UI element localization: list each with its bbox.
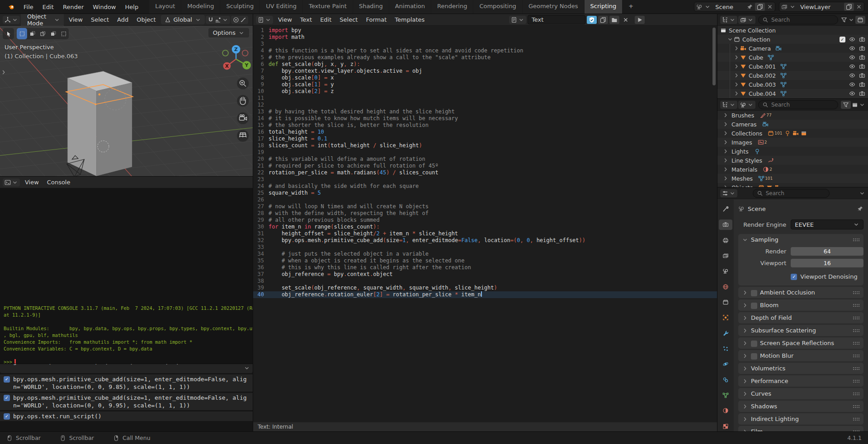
- info-row-checkbox[interactable]: [4, 413, 10, 420]
- code-line[interactable]: 26: [253, 196, 717, 203]
- expander-icon[interactable]: [722, 121, 729, 127]
- breadcrumb-label[interactable]: Scene: [748, 206, 766, 212]
- panel-grip[interactable]: [853, 392, 860, 395]
- editor-type-button[interactable]: [256, 16, 273, 24]
- properties-tab-particles[interactable]: [719, 344, 732, 354]
- code-line[interactable]: 30for item_n in range(slices_count):: [253, 224, 717, 230]
- viewport-menu-add[interactable]: Add: [113, 14, 132, 25]
- outliner-row-cube-003[interactable]: Cube.003: [717, 80, 868, 89]
- blendfile-row-meshes[interactable]: Meshes101: [717, 174, 868, 183]
- panel-grip[interactable]: [853, 238, 860, 241]
- blendfile-row-line-styles[interactable]: Line Styles: [717, 156, 868, 165]
- outliner-item-label[interactable]: Camera: [749, 45, 771, 52]
- outliner-row-cube-004[interactable]: Cube.004: [717, 89, 868, 98]
- chevron-down-icon[interactable]: [859, 102, 865, 108]
- category-label[interactable]: Line Styles: [731, 157, 762, 164]
- category-label[interactable]: Brushes: [731, 112, 754, 119]
- properties-tab-object-data[interactable]: [719, 390, 732, 400]
- console-menu-console[interactable]: Console: [43, 177, 75, 187]
- console-prompt[interactable]: >>>: [0, 359, 253, 364]
- expander-icon[interactable]: [722, 148, 729, 154]
- properties-tab-physics[interactable]: [719, 359, 732, 369]
- info-row-checkbox[interactable]: [4, 395, 10, 401]
- section-checkbox[interactable]: [751, 303, 757, 309]
- text-menu-text[interactable]: Text: [296, 14, 316, 25]
- visibility-eye-icon[interactable]: [849, 36, 855, 42]
- expander-icon[interactable]: [722, 130, 729, 136]
- viewport-menu-object[interactable]: Object: [132, 14, 160, 25]
- code-line[interactable]: 19: [253, 149, 717, 156]
- blendfile-row-collections[interactable]: Collections101: [717, 129, 868, 138]
- text-menu-edit[interactable]: Edit: [316, 14, 335, 25]
- expander-icon[interactable]: [726, 36, 734, 42]
- section-checkbox[interactable]: [751, 341, 757, 347]
- outliner-item-label[interactable]: Scene Collection: [729, 27, 776, 34]
- code-line[interactable]: 34 # just puts the selected object in a …: [253, 251, 717, 257]
- expander-icon[interactable]: [733, 45, 740, 51]
- properties-tab-collection[interactable]: [719, 297, 732, 307]
- console-menu-view[interactable]: View: [21, 177, 43, 187]
- outliner-row-cube-001[interactable]: Cube.001: [717, 62, 868, 71]
- viewport-menu-view[interactable]: View: [65, 14, 87, 25]
- code-line[interactable]: 40 obj_reference.rotation_euler[2] = rot…: [253, 291, 717, 298]
- panel-grip[interactable]: [853, 430, 860, 431]
- render-engine-select[interactable]: EEVEE: [791, 220, 863, 229]
- render-visibility-icon[interactable]: [859, 72, 865, 79]
- new-viewlayer-button[interactable]: [844, 3, 854, 11]
- code-line[interactable]: 2import math: [253, 34, 717, 41]
- code-line[interactable]: 8 obj.scale[0] = x: [253, 75, 717, 81]
- code-line[interactable]: 9 obj.scale[1] = y: [253, 81, 717, 88]
- code-line[interactable]: 17slice_height = 0.1: [253, 136, 717, 142]
- viewlayer-selector[interactable]: ViewLayer: [779, 2, 864, 12]
- expander-icon[interactable]: [733, 90, 740, 97]
- category-label[interactable]: Cameras: [731, 121, 757, 128]
- info-log-row[interactable]: bpy.ops.mesh.primitive_cube_add(size=1, …: [0, 374, 253, 392]
- code-line[interactable]: 15# the shorter the slice is, better the…: [253, 122, 717, 129]
- selectable-checkbox[interactable]: [840, 37, 845, 42]
- properties-tab-object[interactable]: [719, 313, 732, 322]
- expander-icon[interactable]: [733, 63, 740, 70]
- section-subsurface-scattering[interactable]: Subsurface Scattering: [738, 325, 863, 336]
- select-box-button[interactable]: [17, 28, 27, 39]
- menu-window[interactable]: Window: [88, 1, 120, 13]
- render-visibility-icon[interactable]: [859, 45, 865, 51]
- new-scene-button[interactable]: [755, 3, 765, 11]
- unlink-text-button[interactable]: [621, 16, 631, 24]
- editor-type-button[interactable]: [720, 16, 737, 24]
- code-line[interactable]: 14# it is possible to know how mutch ite…: [253, 115, 717, 122]
- category-label[interactable]: Objects: [731, 184, 753, 187]
- expander-icon[interactable]: [722, 184, 729, 187]
- code-line[interactable]: 37 obj_reference = bpy.context.object: [253, 271, 717, 278]
- chevron-down-icon[interactable]: [859, 190, 865, 196]
- section-indirect-lighting[interactable]: Indirect Lighting: [738, 413, 863, 425]
- code-line[interactable]: 38: [253, 278, 717, 285]
- cube-mesh[interactable]: [67, 71, 132, 176]
- menu-render[interactable]: Render: [58, 1, 88, 13]
- panel-grip[interactable]: [853, 304, 860, 307]
- toolbar-expand-icon[interactable]: [0, 69, 7, 75]
- render-visibility-icon[interactable]: [859, 63, 865, 70]
- blendfile-row-materials[interactable]: Materials2: [717, 165, 868, 174]
- expander-icon[interactable]: [722, 157, 729, 164]
- zoom-button[interactable]: [237, 78, 249, 89]
- workspace-tab-uv-editing[interactable]: UV Editing: [260, 0, 302, 14]
- text-name-field[interactable]: Text: [528, 15, 585, 24]
- filter-button[interactable]: [841, 101, 851, 109]
- code-area[interactable]: 1import bpy2import math34# this function…: [253, 26, 717, 422]
- outliner-item-label[interactable]: Cube.002: [749, 72, 776, 79]
- workspace-tab--[interactable]: +: [623, 0, 639, 14]
- workspace-tab-sculpting[interactable]: Sculpting: [220, 0, 259, 14]
- text-menu-format[interactable]: Format: [362, 14, 391, 25]
- proportional-edit-toggle[interactable]: [231, 16, 248, 24]
- section-film[interactable]: Film: [738, 426, 863, 431]
- text-menu-templates[interactable]: Templates: [391, 14, 429, 25]
- outliner-item-label[interactable]: Cube.001: [749, 63, 776, 70]
- code-line[interactable]: 10 obj.scale[2] = z: [253, 88, 717, 95]
- chevron-down-icon[interactable]: [848, 17, 854, 23]
- panel-grip[interactable]: [853, 291, 860, 294]
- section-depth-of-field[interactable]: Depth of Field: [738, 312, 863, 323]
- code-line[interactable]: 18slices_count = int(total_height / slic…: [253, 142, 717, 149]
- code-line[interactable]: 3: [253, 41, 717, 47]
- text-datablock-browse[interactable]: [509, 16, 526, 24]
- info-log-row[interactable]: gn='WORLD', location=(0, 0, 9.75), scale…: [0, 364, 253, 373]
